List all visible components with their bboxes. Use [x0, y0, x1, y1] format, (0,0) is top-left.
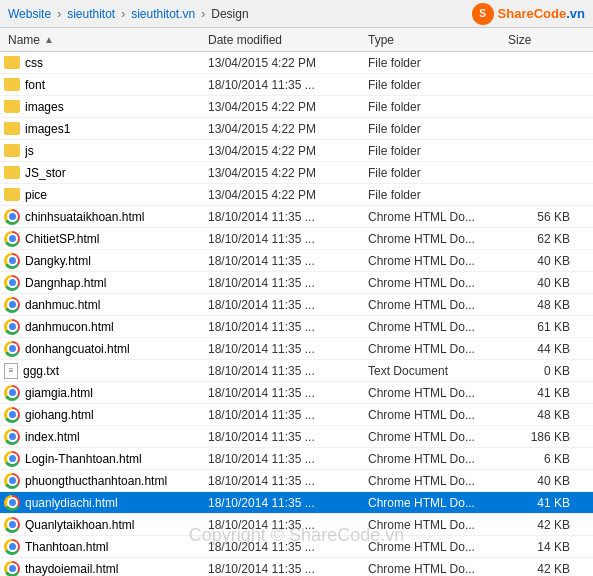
table-row[interactable]: danhmuc.html 18/10/2014 11:35 ... Chrome…	[0, 294, 593, 316]
folder-icon	[4, 100, 20, 113]
file-type: Chrome HTML Do...	[364, 474, 504, 488]
breadcrumb-sep-1: ›	[57, 7, 61, 21]
table-row[interactable]: Dangky.html 18/10/2014 11:35 ... Chrome …	[0, 250, 593, 272]
file-date: 18/10/2014 11:35 ...	[204, 364, 364, 378]
file-name: images1	[4, 122, 204, 136]
chrome-icon	[4, 341, 20, 357]
file-date: 18/10/2014 11:35 ...	[204, 276, 364, 290]
table-row[interactable]: chinhsuataikhoan.html 18/10/2014 11:35 .…	[0, 206, 593, 228]
table-row[interactable]: donhangcuatoi.html 18/10/2014 11:35 ... …	[0, 338, 593, 360]
file-name: ggg.txt	[4, 363, 204, 379]
col-header-name[interactable]: Name ▲	[4, 31, 204, 49]
file-type: Chrome HTML Do...	[364, 518, 504, 532]
file-type: Chrome HTML Do...	[364, 386, 504, 400]
file-type: Chrome HTML Do...	[364, 430, 504, 444]
file-name: css	[4, 56, 204, 70]
file-size: 40 KB	[504, 254, 574, 268]
logo-area: S ShareCode.vn	[472, 3, 585, 25]
table-row[interactable]: giamgia.html 18/10/2014 11:35 ... Chrome…	[0, 382, 593, 404]
file-date: 13/04/2015 4:22 PM	[204, 122, 364, 136]
file-type: Chrome HTML Do...	[364, 320, 504, 334]
table-row[interactable]: thaydoiemail.html 18/10/2014 11:35 ... C…	[0, 558, 593, 576]
file-name: Quanlytaikhoan.html	[4, 517, 204, 533]
file-name: giamgia.html	[4, 385, 204, 401]
file-date: 13/04/2015 4:22 PM	[204, 188, 364, 202]
table-row[interactable]: ChitietSP.html 18/10/2014 11:35 ... Chro…	[0, 228, 593, 250]
table-row[interactable]: JS_stor 13/04/2015 4:22 PM File folder	[0, 162, 593, 184]
file-type: Chrome HTML Do...	[364, 342, 504, 356]
file-name: Dangnhap.html	[4, 275, 204, 291]
file-size: 40 KB	[504, 474, 574, 488]
folder-icon	[4, 122, 20, 135]
file-type: File folder	[364, 56, 504, 70]
table-row[interactable]: Quanlytaikhoan.html 18/10/2014 11:35 ...…	[0, 514, 593, 536]
file-type: File folder	[364, 100, 504, 114]
table-row[interactable]: ggg.txt 18/10/2014 11:35 ... Text Docume…	[0, 360, 593, 382]
chrome-icon	[4, 319, 20, 335]
file-type: Chrome HTML Do...	[364, 210, 504, 224]
file-date: 18/10/2014 11:35 ...	[204, 518, 364, 532]
table-row[interactable]: Login-Thanhtoan.html 18/10/2014 11:35 ..…	[0, 448, 593, 470]
breadcrumb-sieuthitot-vn[interactable]: sieuthitot.vn	[131, 7, 195, 21]
chrome-icon	[4, 385, 20, 401]
table-row[interactable]: images 13/04/2015 4:22 PM File folder	[0, 96, 593, 118]
file-date: 18/10/2014 11:35 ...	[204, 540, 364, 554]
chrome-icon	[4, 561, 20, 577]
col-header-date[interactable]: Date modified	[204, 31, 364, 49]
chrome-icon	[4, 275, 20, 291]
file-date: 18/10/2014 11:35 ...	[204, 210, 364, 224]
file-name: Login-Thanhtoan.html	[4, 451, 204, 467]
file-date: 18/10/2014 11:35 ...	[204, 386, 364, 400]
table-row[interactable]: giohang.html 18/10/2014 11:35 ... Chrome…	[0, 404, 593, 426]
col-header-size[interactable]: Size	[504, 31, 574, 49]
table-row[interactable]: Thanhtoan.html 18/10/2014 11:35 ... Chro…	[0, 536, 593, 558]
file-date: 18/10/2014 11:35 ...	[204, 562, 364, 576]
table-row[interactable]: phuongthucthanhtoan.html 18/10/2014 11:3…	[0, 470, 593, 492]
chrome-icon	[4, 407, 20, 423]
col-header-type[interactable]: Type	[364, 31, 504, 49]
file-date: 18/10/2014 11:35 ...	[204, 408, 364, 422]
breadcrumb-website[interactable]: Website	[8, 7, 51, 21]
file-size: 56 KB	[504, 210, 574, 224]
file-size: 41 KB	[504, 496, 574, 510]
file-list: css 13/04/2015 4:22 PM File folder font …	[0, 52, 593, 576]
file-date: 18/10/2014 11:35 ...	[204, 254, 364, 268]
table-row[interactable]: images1 13/04/2015 4:22 PM File folder	[0, 118, 593, 140]
file-name: giohang.html	[4, 407, 204, 423]
file-name: pice	[4, 188, 204, 202]
chrome-icon	[4, 473, 20, 489]
file-date: 18/10/2014 11:35 ...	[204, 298, 364, 312]
breadcrumb-sieuthitot[interactable]: sieuthitot	[67, 7, 115, 21]
table-row[interactable]: quanlydiachi.html 18/10/2014 11:35 ... C…	[0, 492, 593, 514]
table-row[interactable]: js 13/04/2015 4:22 PM File folder	[0, 140, 593, 162]
table-row[interactable]: pice 13/04/2015 4:22 PM File folder	[0, 184, 593, 206]
chrome-icon	[4, 429, 20, 445]
file-type: File folder	[364, 188, 504, 202]
file-type: Chrome HTML Do...	[364, 254, 504, 268]
breadcrumb-sep-2: ›	[121, 7, 125, 21]
file-type: File folder	[364, 144, 504, 158]
chrome-icon	[4, 451, 20, 467]
table-row[interactable]: css 13/04/2015 4:22 PM File folder	[0, 52, 593, 74]
file-name: js	[4, 144, 204, 158]
folder-icon	[4, 78, 20, 91]
file-size: 48 KB	[504, 298, 574, 312]
chrome-icon	[4, 517, 20, 533]
file-date: 18/10/2014 11:35 ...	[204, 430, 364, 444]
file-type: File folder	[364, 122, 504, 136]
logo-icon: S	[472, 3, 494, 25]
table-row[interactable]: Dangnhap.html 18/10/2014 11:35 ... Chrom…	[0, 272, 593, 294]
file-date: 18/10/2014 11:35 ...	[204, 232, 364, 246]
file-type: File folder	[364, 166, 504, 180]
file-name: images	[4, 100, 204, 114]
file-name: danhmucon.html	[4, 319, 204, 335]
file-size: 41 KB	[504, 386, 574, 400]
table-row[interactable]: index.html 18/10/2014 11:35 ... Chrome H…	[0, 426, 593, 448]
folder-icon	[4, 56, 20, 69]
table-row[interactable]: font 18/10/2014 11:35 ... File folder	[0, 74, 593, 96]
file-size: 42 KB	[504, 518, 574, 532]
file-type: Chrome HTML Do...	[364, 496, 504, 510]
table-row[interactable]: danhmucon.html 18/10/2014 11:35 ... Chro…	[0, 316, 593, 338]
file-name: phuongthucthanhtoan.html	[4, 473, 204, 489]
file-type: Chrome HTML Do...	[364, 408, 504, 422]
